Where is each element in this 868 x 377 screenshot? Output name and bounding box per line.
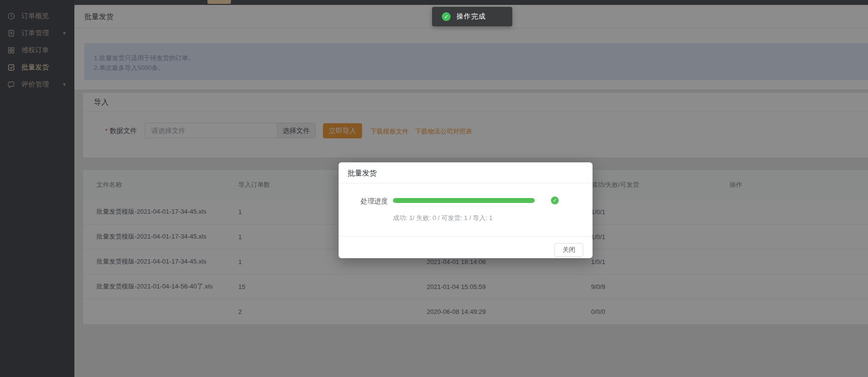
success-check-icon: ✓: [442, 12, 451, 21]
close-button[interactable]: 关闭: [554, 243, 583, 257]
divider: [339, 183, 593, 183]
success-toast: ✓ 操作完成: [432, 7, 512, 26]
modal-title: 批量发货: [347, 169, 377, 178]
success-check-icon: ✓: [551, 197, 559, 204]
progress-status-text: 成功: 1/ 失败: 0 / 可发货: 1 / 导入: 1: [393, 214, 493, 222]
toast-message: 操作完成: [457, 12, 486, 21]
progress-label: 处理进度: [361, 197, 388, 206]
progress-bar-fill: [393, 198, 535, 203]
progress-bar: [393, 198, 535, 203]
batch-shipping-progress-modal: 批量发货 处理进度 ✓ 成功: 1/ 失败: 0 / 可发货: 1 / 导入: …: [339, 162, 593, 258]
divider: [339, 236, 593, 237]
